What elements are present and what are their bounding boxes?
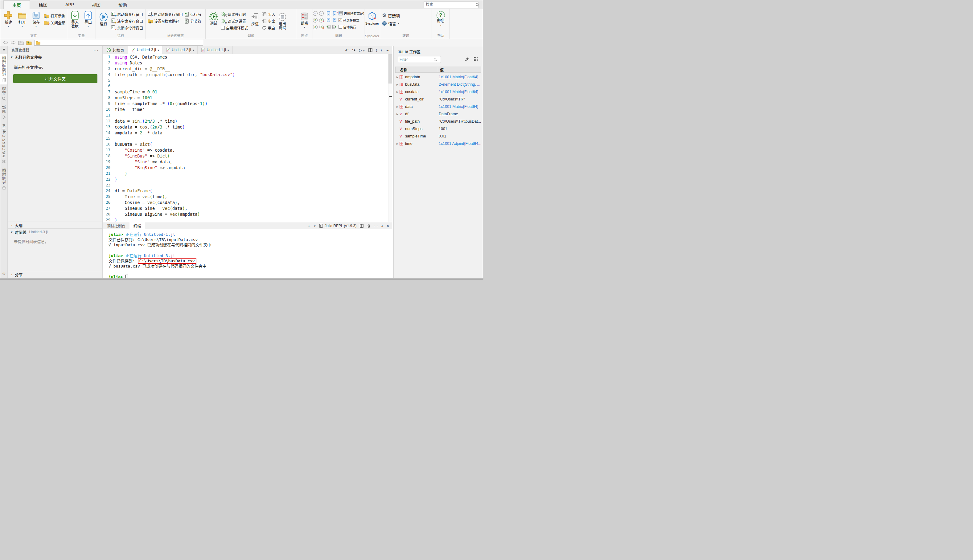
step-out-button[interactable]: 步出	[262, 18, 275, 24]
ribbon-search[interactable]	[424, 1, 479, 8]
debugger-settings-button[interactable]: ⚙ 调试器设置	[221, 18, 248, 24]
start-m-cmd-button[interactable]: M ▶ 启动M命令行窗口	[148, 11, 183, 18]
more-actions-icon[interactable]: ⋯	[374, 224, 378, 228]
language-button[interactable]: 语言 ▼	[382, 19, 430, 27]
terminal-dropdown-icon[interactable]: ∨	[314, 224, 316, 227]
settings-gear-icon[interactable]: ⚙	[0, 272, 7, 276]
activity-item[interactable]: MWORKS Copilot	[0, 122, 7, 166]
redo-icon[interactable]: ↷	[352, 48, 356, 53]
maximize-panel-icon[interactable]: ∧	[381, 224, 383, 227]
compile-mode-checkbox[interactable]: 启用编译模式	[221, 24, 248, 31]
expand-arrow-icon[interactable]: ▶	[395, 83, 400, 86]
run-button[interactable]: 运行	[98, 10, 109, 33]
panel-tab[interactable]: 调试控制台	[103, 222, 130, 229]
nav-back-icon[interactable]	[3, 40, 8, 45]
split-editor-icon[interactable]	[369, 48, 372, 52]
expand-arrow-icon[interactable]: ▶	[395, 113, 400, 115]
activity-item[interactable]: 资源管理器	[0, 53, 7, 85]
word-wrap-checkbox[interactable]: 自动换行	[337, 23, 364, 30]
restart-button[interactable]: 重启	[262, 24, 275, 31]
workspace-row[interactable]: ▶ampdata1x1001 Matrix{Float64}	[395, 73, 481, 81]
workspace-row[interactable]: VsampleTime0.01	[395, 133, 481, 140]
ribbon-tab[interactable]: 帮助	[109, 0, 136, 9]
ribbon-tab[interactable]: APP	[57, 0, 83, 9]
run-section-button[interactable]: 运行节	[184, 11, 201, 18]
ribbon-tab[interactable]: 主页	[3, 0, 30, 9]
run-file-icon[interactable]: ▷ ∨	[359, 48, 365, 52]
workspace-row[interactable]: VnumSteps1001	[395, 125, 481, 133]
unsaved-dot-icon[interactable]: ●	[227, 49, 229, 52]
expand-arrow-icon[interactable]: ▶	[395, 76, 400, 78]
expand-arrow-icon[interactable]: ▶	[395, 91, 400, 93]
prev-match-button[interactable]: ←	[313, 11, 317, 16]
section-break-button[interactable]: 分节符	[184, 18, 201, 24]
add-bookmark-line-button[interactable]: #	[313, 18, 317, 22]
outline-section-header[interactable]: › 大纲	[8, 222, 102, 229]
toggle-bookmark-button[interactable]: #	[313, 25, 317, 29]
bookmark-clear-icon[interactable]: ✕	[331, 11, 337, 16]
ribbon-search-input[interactable]	[424, 2, 476, 7]
panel-tab[interactable]: 终端	[130, 222, 145, 229]
breakpoint-button[interactable]: 断点 ▼	[298, 10, 311, 33]
more-actions-icon[interactable]: ···	[93, 47, 98, 52]
set-m-path-button[interactable]: M 设置M搜索路径	[148, 18, 183, 24]
more-actions-icon[interactable]: ⋯	[386, 48, 390, 53]
activity-item[interactable]: 搜索	[0, 85, 7, 103]
workspace-row[interactable]: ▶VdfDataFrame	[395, 110, 481, 118]
folder-up-icon[interactable]	[18, 40, 24, 45]
ribbon-tab[interactable]: 绘图	[30, 0, 57, 9]
step-in-button[interactable]: 步入	[262, 11, 275, 18]
next-editor-icon[interactable]: ⟩	[381, 48, 382, 52]
unsaved-dot-icon[interactable]: ●	[157, 49, 159, 52]
grid-view-icon[interactable]	[474, 57, 478, 61]
close-panel-icon[interactable]: ×	[387, 223, 389, 228]
repl-selector[interactable]: Julia REPL (v1.9.3)	[319, 224, 356, 228]
ribbon-tab[interactable]: 视图	[83, 0, 109, 9]
step-over-button[interactable]: 步进	[249, 10, 260, 33]
outdent-icon[interactable]	[331, 25, 337, 29]
open-example-button[interactable]: ★ 打开示例	[44, 12, 65, 19]
editor-tab[interactable]: Untitled-1.jl●	[198, 46, 232, 53]
folder-refresh-icon[interactable]	[26, 40, 32, 45]
open-folder-button[interactable]: 打开文件夹	[13, 74, 97, 83]
code-area[interactable]: 1using CSV, DataFrames2using Dates3curre…	[103, 54, 388, 222]
sysplorer-button[interactable]: Sysplorer	[364, 10, 380, 33]
next-match-button[interactable]: →	[319, 11, 324, 16]
sections-section-header[interactable]: › 分节	[8, 271, 102, 278]
clear-cmd-button[interactable]: ✦ 清空命令行窗口	[111, 18, 143, 24]
import-data-button[interactable]: 导入数据	[69, 10, 81, 33]
remove-all-bookmarks-button[interactable]: #✕	[319, 25, 324, 29]
column-select-checkbox[interactable]: 列选择模式	[337, 17, 364, 23]
editor-tab[interactable]: 起始页	[103, 46, 128, 53]
editor-tab[interactable]: Untitled-2.jl●	[163, 46, 198, 53]
undo-icon[interactable]: ↶	[345, 48, 349, 53]
terminal-output[interactable]: julia> 正在运行 Untitled-1.jl文件已保存到: C:\User…	[103, 229, 392, 280]
open-button[interactable]: 打开 ▼	[16, 10, 28, 33]
expand-arrow-icon[interactable]: ▶	[395, 142, 400, 145]
save-button[interactable]: 保存 ▼	[30, 10, 42, 33]
split-terminal-icon[interactable]	[360, 224, 364, 228]
column-name[interactable]: 名称	[396, 67, 438, 72]
bookmark-next-icon[interactable]	[331, 18, 337, 22]
workspace-filter[interactable]	[398, 56, 441, 63]
bookmark-prev-icon[interactable]	[325, 18, 331, 22]
workspace-row[interactable]: Vfile_path"C:\\Users\\TR\\busDat...	[395, 118, 481, 125]
exit-debug-button[interactable]: 退出调试	[277, 10, 288, 33]
workspace-row[interactable]: ▶data1x1001 Matrix{Float64}	[395, 103, 481, 110]
scrollbar-thumb[interactable]	[389, 54, 392, 83]
clear-bookmark-line-button[interactable]: #✕	[319, 18, 324, 22]
select-all-matches-button[interactable]: 选择所有匹配项	[337, 10, 364, 17]
unsaved-dot-icon[interactable]: ●	[192, 49, 194, 52]
new-terminal-icon[interactable]: +	[308, 223, 310, 228]
export-button[interactable]: 导出 ▼	[82, 10, 94, 33]
debug-button[interactable]: 调试	[207, 10, 220, 33]
expand-arrow-icon[interactable]: ▶	[395, 105, 400, 108]
debug-timed-button[interactable]: 调试并计时	[221, 11, 248, 18]
column-value[interactable]: 值	[438, 67, 444, 72]
help-button[interactable]: ? 帮助 ▼	[434, 10, 448, 33]
close-all-button[interactable]: ✕ 关闭全部	[44, 19, 65, 26]
preferences-button[interactable]: ⚙ 首选项	[382, 12, 430, 19]
close-cmd-button[interactable]: ✕ 关闭命令行窗口	[111, 24, 143, 31]
editor-scrollbar[interactable]	[388, 54, 392, 222]
kill-terminal-icon[interactable]	[367, 224, 371, 228]
